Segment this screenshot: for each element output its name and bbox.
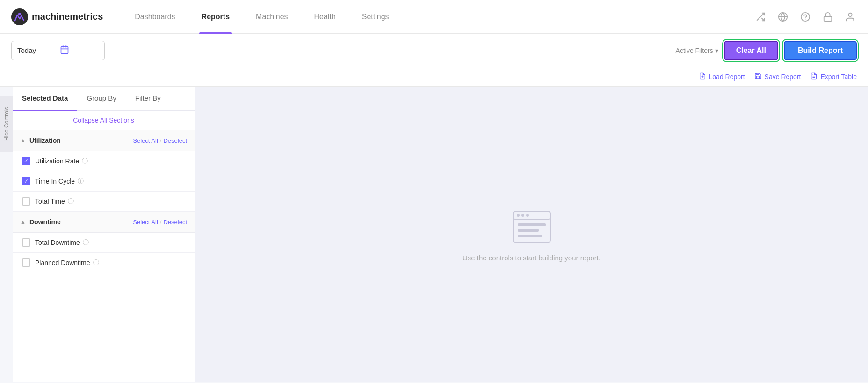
utilization-toggle[interactable]: ▲ bbox=[20, 137, 26, 144]
empty-state: Use the controls to start building your … bbox=[463, 207, 600, 262]
calendar-icon[interactable] bbox=[60, 45, 99, 56]
empty-state-text: Use the controls to start building your … bbox=[463, 254, 600, 262]
right-panel: Use the controls to start building your … bbox=[195, 87, 868, 382]
shuffle-icon[interactable] bbox=[754, 10, 767, 23]
toolbar-right: Active Filters ▾ Clear All Build Report bbox=[676, 41, 857, 60]
total-downtime-info-icon[interactable]: ⓘ bbox=[83, 238, 89, 247]
date-input-wrapper[interactable]: Today bbox=[11, 41, 105, 60]
tab-selected-data[interactable]: Selected Data bbox=[13, 87, 77, 111]
sub-toolbar: Load Report Save Report Export Table bbox=[0, 67, 868, 87]
logo-text: machinemetrics bbox=[32, 11, 103, 22]
export-table-button[interactable]: Export Table bbox=[810, 72, 857, 81]
time-in-cycle-item: Time In Cycle ⓘ bbox=[13, 171, 195, 192]
nav-settings[interactable]: Settings bbox=[349, 0, 402, 34]
svg-point-0 bbox=[11, 8, 28, 25]
svg-rect-25 bbox=[518, 235, 542, 237]
nav-icon-group bbox=[754, 10, 857, 23]
logo: machinemetrics bbox=[11, 8, 103, 25]
date-value: Today bbox=[17, 46, 56, 54]
svg-point-20 bbox=[517, 214, 520, 217]
total-time-item: Total Time ⓘ bbox=[13, 192, 195, 212]
hide-controls-tab[interactable]: Hide Controls bbox=[0, 96, 13, 152]
downtime-section-header: ▲ Downtime Select All / Deselect bbox=[13, 212, 195, 233]
clear-all-button[interactable]: Clear All bbox=[724, 41, 778, 60]
toolbar: Today Active Filters ▾ Clear All Build R… bbox=[0, 34, 868, 67]
downtime-actions: Select All / Deselect bbox=[133, 219, 187, 226]
svg-rect-8 bbox=[824, 16, 832, 21]
build-report-button[interactable]: Build Report bbox=[784, 41, 857, 60]
utilization-actions: Select All / Deselect bbox=[133, 137, 187, 144]
svg-rect-10 bbox=[61, 46, 68, 53]
chevron-down-icon: ▾ bbox=[715, 47, 718, 54]
help-icon[interactable] bbox=[799, 10, 812, 23]
export-table-icon bbox=[810, 72, 817, 81]
collapse-all-button[interactable]: Collapse All Sections bbox=[13, 111, 195, 130]
nav-links: Dashboards Reports Machines Health Setti… bbox=[122, 0, 754, 34]
svg-point-9 bbox=[848, 13, 852, 16]
total-downtime-item: Total Downtime ⓘ bbox=[13, 233, 195, 253]
svg-point-21 bbox=[521, 214, 524, 217]
total-downtime-checkbox[interactable] bbox=[22, 238, 30, 247]
globe-icon[interactable] bbox=[776, 10, 789, 23]
downtime-select-all[interactable]: Select All bbox=[133, 219, 158, 226]
nav-machines[interactable]: Machines bbox=[243, 0, 301, 34]
left-panel: Selected Data Group By Filter By Collaps… bbox=[13, 87, 195, 382]
downtime-toggle[interactable]: ▲ bbox=[20, 219, 26, 225]
empty-state-icon bbox=[511, 207, 553, 246]
main-nav: machinemetrics Dashboards Reports Machin… bbox=[0, 0, 868, 34]
planned-downtime-info-icon[interactable]: ⓘ bbox=[93, 258, 99, 267]
tab-group-by[interactable]: Group By bbox=[77, 87, 125, 111]
nav-health[interactable]: Health bbox=[301, 0, 349, 34]
utilization-select-all[interactable]: Select All bbox=[133, 137, 158, 144]
active-filters-label: Active Filters ▾ bbox=[676, 47, 718, 54]
panel-body: Collapse All Sections ▲ Utilization Sele… bbox=[13, 111, 195, 382]
utilization-deselect[interactable]: Deselect bbox=[163, 137, 187, 144]
svg-rect-23 bbox=[518, 223, 546, 226]
downtime-deselect[interactable]: Deselect bbox=[163, 219, 187, 226]
total-time-info-icon[interactable]: ⓘ bbox=[68, 197, 74, 206]
main-content: Hide Controls Selected Data Group By Fil… bbox=[0, 87, 868, 382]
save-report-button[interactable]: Save Report bbox=[754, 72, 801, 81]
utilization-rate-checkbox[interactable] bbox=[22, 157, 30, 165]
time-in-cycle-checkbox[interactable] bbox=[22, 177, 30, 185]
save-report-icon bbox=[754, 72, 762, 81]
tab-filter-by[interactable]: Filter By bbox=[126, 87, 170, 111]
lock-icon[interactable] bbox=[821, 10, 834, 23]
panel-tabs: Selected Data Group By Filter By bbox=[13, 87, 195, 111]
svg-point-22 bbox=[526, 214, 529, 217]
svg-point-1 bbox=[18, 13, 21, 15]
utilization-rate-info-icon[interactable]: ⓘ bbox=[82, 157, 88, 165]
time-in-cycle-info-icon[interactable]: ⓘ bbox=[78, 177, 84, 185]
logo-icon bbox=[11, 8, 28, 25]
nav-dashboards[interactable]: Dashboards bbox=[122, 0, 188, 34]
total-time-checkbox[interactable] bbox=[22, 197, 30, 206]
load-report-icon bbox=[699, 72, 706, 81]
load-report-button[interactable]: Load Report bbox=[699, 72, 745, 81]
planned-downtime-item: Planned Downtime ⓘ bbox=[13, 253, 195, 273]
svg-rect-24 bbox=[518, 229, 539, 232]
utilization-section-header: ▲ Utilization Select All / Deselect bbox=[13, 130, 195, 151]
nav-reports[interactable]: Reports bbox=[188, 0, 243, 34]
user-icon[interactable] bbox=[844, 10, 857, 23]
planned-downtime-checkbox[interactable] bbox=[22, 258, 30, 267]
utilization-rate-item: Utilization Rate ⓘ bbox=[13, 151, 195, 171]
